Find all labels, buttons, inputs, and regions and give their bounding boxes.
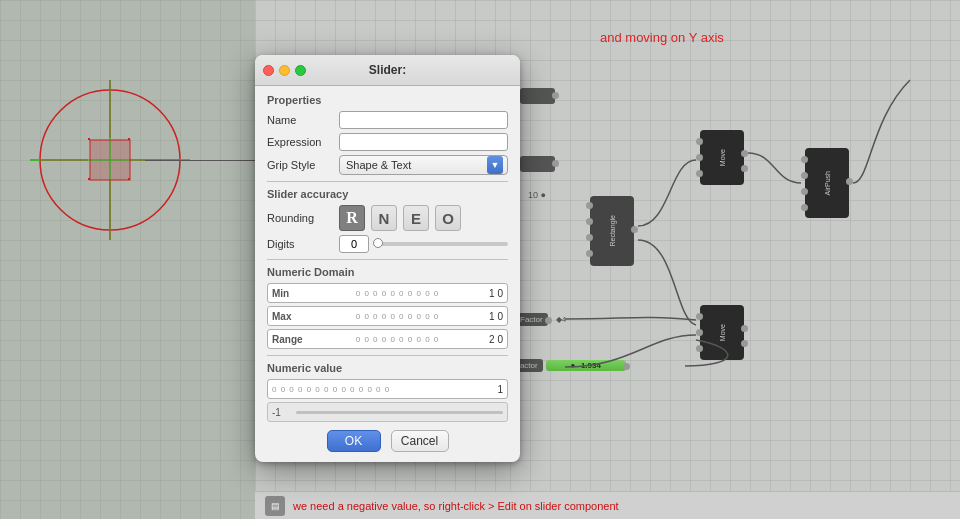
numeric-value-field[interactable]: 0 0 0 0 0 0 0 0 0 0 0 0 0 0 1 <box>267 379 508 399</box>
button-row: OK Cancel <box>267 430 508 452</box>
svg-rect-6 <box>88 178 90 180</box>
grip-style-select-wrapper: Shape & Text Shape Only Text Only ▼ <box>339 155 508 175</box>
rounding-btn-E[interactable]: E <box>403 205 429 231</box>
dialog-titlebar: Slider: <box>255 55 520 86</box>
rounding-btn-N[interactable]: N <box>371 205 397 231</box>
move-node-1[interactable]: Move <box>700 130 744 185</box>
nv-dots: 0 0 0 0 0 0 0 0 0 0 0 0 0 0 <box>272 385 497 394</box>
grip-style-row: Grip Style Shape & Text Shape Only Text … <box>267 155 508 175</box>
rounding-btn-O[interactable]: O <box>435 205 461 231</box>
nv-value: 1 <box>497 384 503 395</box>
close-button[interactable] <box>263 65 274 76</box>
zoom-button[interactable] <box>295 65 306 76</box>
slider-inner-track <box>296 411 503 414</box>
slider-value-row[interactable]: -1 <box>267 402 508 422</box>
max-field[interactable]: Max 0 0 0 0 0 0 0 0 0 0 1 0 <box>267 306 508 326</box>
svg-rect-7 <box>128 178 130 180</box>
numeric-value-label: Numeric value <box>267 362 508 374</box>
svg-rect-5 <box>128 138 130 140</box>
min-label: Min <box>272 288 308 299</box>
slider-accuracy-label: Slider accuracy <box>267 188 508 200</box>
dialog-body: Properties Name Expression Grip Style Sh… <box>255 86 520 462</box>
min-field[interactable]: Min 0 0 0 0 0 0 0 0 0 0 1 0 <box>267 283 508 303</box>
max-label: Max <box>272 311 308 322</box>
digits-slider[interactable] <box>373 242 508 246</box>
name-row: Name <box>267 111 508 129</box>
divider-1 <box>267 181 508 182</box>
ok-button[interactable]: OK <box>327 430 381 452</box>
grip-style-select[interactable]: Shape & Text Shape Only Text Only <box>339 155 508 175</box>
node-canvas: and moving on Y axis 10 ● Rectangle Move… <box>510 0 960 519</box>
range-value: 2 0 <box>487 334 503 345</box>
bottom-annotation: we need a negative value, so right-click… <box>293 500 619 512</box>
input-node-2 <box>520 156 555 172</box>
factor-node-1[interactable]: Factor ◆4 <box>515 310 566 328</box>
properties-section-label: Properties <box>267 94 508 106</box>
svg-rect-3 <box>90 140 130 180</box>
expression-input[interactable] <box>339 133 508 151</box>
annotation-top: and moving on Y axis <box>600 30 724 45</box>
bottom-bar: ▤ we need a negative value, so right-cli… <box>255 491 960 519</box>
max-dots: 0 0 0 0 0 0 0 0 0 0 <box>308 312 487 321</box>
min-value: 1 0 <box>487 288 503 299</box>
name-input[interactable] <box>339 111 508 129</box>
slider-dialog: Slider: Properties Name Expression Grip … <box>255 55 520 462</box>
connections-svg <box>510 0 960 519</box>
expression-label: Expression <box>267 136 339 148</box>
airpush-node[interactable]: AirPush <box>805 148 849 218</box>
minimize-button[interactable] <box>279 65 290 76</box>
range-field[interactable]: Range 0 0 0 0 0 0 0 0 0 0 2 0 <box>267 329 508 349</box>
connector-line <box>145 160 260 161</box>
slider-green-node[interactable]: Factor ● -1.934 <box>510 356 626 374</box>
slider-value-label: -1 <box>272 407 296 418</box>
grip-style-label: Grip Style <box>267 159 339 171</box>
name-label: Name <box>267 114 339 126</box>
value-10: 10 ● <box>528 190 546 200</box>
rounding-btn-R[interactable]: R <box>339 205 365 231</box>
digits-input[interactable] <box>339 235 369 253</box>
min-dots: 0 0 0 0 0 0 0 0 0 0 <box>308 289 487 298</box>
range-label: Range <box>272 334 308 345</box>
max-value: 1 0 <box>487 311 503 322</box>
rectangle-node[interactable]: Rectangle <box>590 196 634 266</box>
rounding-buttons: R N E O <box>339 205 461 231</box>
traffic-lights <box>263 65 306 76</box>
range-dots: 0 0 0 0 0 0 0 0 0 0 <box>308 335 487 344</box>
rounding-row: Rounding R N E O <box>267 205 508 231</box>
drawing-area <box>0 0 255 519</box>
numeric-domain-label: Numeric Domain <box>267 266 508 278</box>
input-node-1 <box>520 88 555 104</box>
svg-rect-4 <box>88 138 90 140</box>
expression-row: Expression <box>267 133 508 151</box>
divider-3 <box>267 355 508 356</box>
slider-thumb <box>373 238 383 248</box>
digits-label: Digits <box>267 238 339 250</box>
dialog-title: Slider: <box>369 63 406 77</box>
bottom-icon: ▤ <box>265 496 285 516</box>
cancel-button[interactable]: Cancel <box>391 430 449 452</box>
divider-2 <box>267 259 508 260</box>
digits-row: Digits <box>267 235 508 253</box>
rounding-label: Rounding <box>267 212 339 224</box>
move-node-2[interactable]: Move <box>700 305 744 360</box>
